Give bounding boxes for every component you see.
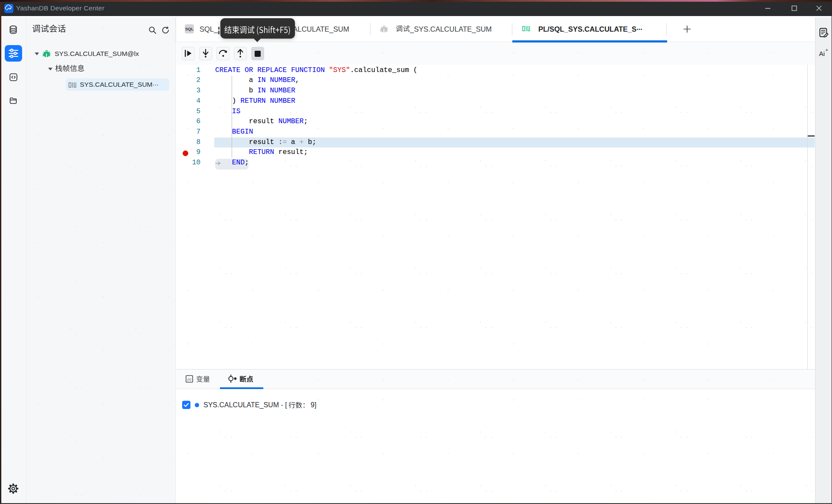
svg-text:(x): (x) [187,377,191,381]
